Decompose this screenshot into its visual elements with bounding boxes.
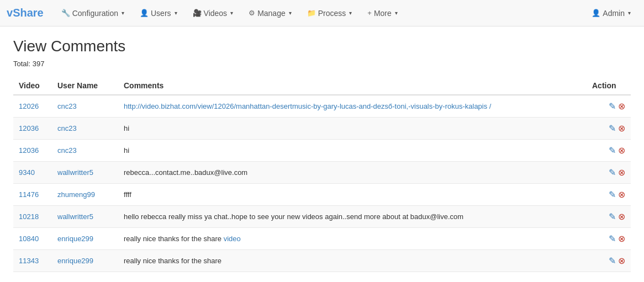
nav-videos[interactable]: 🎥 Videos ▾ <box>186 6 240 21</box>
total-count: Total: 397 <box>13 60 631 68</box>
comment-text: really nice thanks for the share <box>124 257 221 265</box>
comment-text: ffff <box>124 190 131 199</box>
video-link[interactable]: 11476 <box>19 190 39 199</box>
action-icons: ✎ ⊗ <box>592 189 625 200</box>
cell-video: 12026 <box>13 95 52 118</box>
nav-process[interactable]: 📁 Process ▾ <box>300 6 359 21</box>
nav-videos-label: Videos <box>204 9 228 18</box>
nav-more-label: More <box>374 9 392 18</box>
username-link[interactable]: cnc23 <box>57 146 77 155</box>
cell-username: cnc23 <box>52 118 118 140</box>
cell-username: enrique299 <box>52 228 118 250</box>
action-icons: ✎ ⊗ <box>592 101 625 111</box>
delete-icon[interactable]: ⊗ <box>618 167 625 178</box>
edit-icon[interactable]: ✎ <box>609 145 616 156</box>
user-icon: 👤 <box>140 9 149 17</box>
brand-v: v <box>7 7 13 19</box>
edit-icon[interactable]: ✎ <box>609 211 616 222</box>
page-title: View Comments <box>13 38 631 55</box>
delete-icon[interactable]: ⊗ <box>618 211 625 222</box>
video-link[interactable]: 12036 <box>19 146 39 155</box>
edit-icon[interactable]: ✎ <box>609 123 616 134</box>
brand-share: Share <box>13 7 44 19</box>
comment-text: hello rebecca really miss ya chat..hope … <box>124 212 463 221</box>
cell-comment: ffff <box>118 184 587 206</box>
delete-icon[interactable]: ⊗ <box>618 256 625 266</box>
nav-users[interactable]: 👤 Users ▾ <box>133 6 184 21</box>
cell-video: 10840 <box>13 228 52 250</box>
cell-comment: http://video.bizhat.com/view/12026/manha… <box>118 95 587 118</box>
comment-inline-link[interactable]: video <box>224 235 241 243</box>
col-header-action: Action <box>587 77 631 95</box>
cell-action: ✎ ⊗ <box>587 118 631 140</box>
edit-icon[interactable]: ✎ <box>609 233 616 244</box>
cell-video: 12036 <box>13 118 52 140</box>
edit-icon[interactable]: ✎ <box>609 189 616 200</box>
nav-manage[interactable]: ⚙ Manage ▾ <box>242 6 298 21</box>
cell-comment: really nice thanks for the share <box>118 250 587 272</box>
nav-admin[interactable]: 👤 Admin ▾ <box>585 6 637 21</box>
comment-text: really nice thanks for the share <box>124 235 224 243</box>
cell-username: zhumeng99 <box>52 184 118 206</box>
video-link[interactable]: 10218 <box>19 212 39 221</box>
cell-action: ✎ ⊗ <box>587 206 631 228</box>
video-link[interactable]: 12036 <box>19 124 39 132</box>
cell-video: 12036 <box>13 140 52 162</box>
comments-table: Video User Name Comments Action 12026 cn… <box>13 77 631 272</box>
video-icon: 🎥 <box>193 9 202 17</box>
username-link[interactable]: enrique299 <box>57 235 93 243</box>
video-link[interactable]: 12026 <box>19 102 39 110</box>
cell-comment: really nice thanks for the share video <box>118 228 587 250</box>
chevron-down-icon: ▾ <box>175 10 177 16</box>
nav-manage-label: Manage <box>257 9 286 18</box>
cell-action: ✎ ⊗ <box>587 95 631 118</box>
delete-icon[interactable]: ⊗ <box>618 123 625 134</box>
table-row: 12036 cnc23 hi ✎ ⊗ <box>13 118 631 140</box>
action-icons: ✎ ⊗ <box>592 123 625 134</box>
plus-icon: + <box>367 9 372 17</box>
cell-comment: hello rebecca really miss ya chat..hope … <box>118 206 587 228</box>
gear-icon: ⚙ <box>249 9 255 17</box>
username-link[interactable]: wallwritter5 <box>57 212 93 221</box>
username-link[interactable]: zhumeng99 <box>57 190 95 199</box>
brand-logo[interactable]: vShare <box>7 7 44 19</box>
table-row: 11476 zhumeng99 ffff ✎ ⊗ <box>13 184 631 206</box>
cell-video: 11343 <box>13 250 52 272</box>
nav-configuration-label: Configuration <box>72 9 118 18</box>
comment-link[interactable]: http://video.bizhat.com/view/12026/manha… <box>124 102 491 110</box>
edit-icon[interactable]: ✎ <box>609 101 616 111</box>
edit-icon[interactable]: ✎ <box>609 167 616 178</box>
wrench-icon: 🔧 <box>61 9 70 17</box>
cell-action: ✎ ⊗ <box>587 184 631 206</box>
admin-user-icon: 👤 <box>592 9 600 17</box>
action-icons: ✎ ⊗ <box>592 233 625 244</box>
col-header-username: User Name <box>52 77 118 95</box>
col-header-comments: Comments <box>118 77 587 95</box>
video-link[interactable]: 9340 <box>19 168 35 177</box>
nav-more[interactable]: + More ▾ <box>361 6 404 21</box>
nav-items: 🔧 Configuration ▾ 👤 Users ▾ 🎥 Videos ▾ ⚙… <box>55 6 585 21</box>
cell-username: cnc23 <box>52 140 118 162</box>
video-link[interactable]: 10840 <box>19 235 39 243</box>
comment-text: hi <box>124 146 129 155</box>
delete-icon[interactable]: ⊗ <box>618 101 625 111</box>
username-link[interactable]: cnc23 <box>57 102 77 110</box>
folder-icon: 📁 <box>307 9 316 17</box>
chevron-down-icon: ▾ <box>122 10 124 16</box>
table-header: Video User Name Comments Action <box>13 77 631 95</box>
cell-video: 10218 <box>13 206 52 228</box>
delete-icon[interactable]: ⊗ <box>618 145 625 156</box>
cell-username: cnc23 <box>52 95 118 118</box>
video-link[interactable]: 11343 <box>19 257 39 265</box>
nav-process-label: Process <box>318 9 346 18</box>
username-link[interactable]: cnc23 <box>57 124 77 132</box>
username-link[interactable]: wallwritter5 <box>57 168 93 177</box>
edit-icon[interactable]: ✎ <box>609 256 616 266</box>
username-link[interactable]: enrique299 <box>57 257 93 265</box>
nav-users-label: Users <box>151 9 171 18</box>
delete-icon[interactable]: ⊗ <box>618 233 625 244</box>
delete-icon[interactable]: ⊗ <box>618 189 625 200</box>
chevron-down-icon: ▾ <box>395 10 398 16</box>
cell-video: 9340 <box>13 162 52 184</box>
nav-configuration[interactable]: 🔧 Configuration ▾ <box>55 6 131 21</box>
